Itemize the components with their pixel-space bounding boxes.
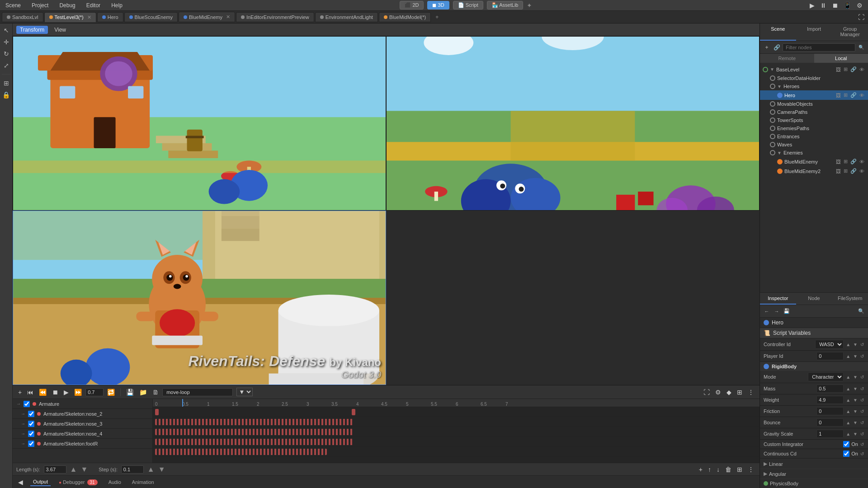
- output-tab-output[interactable]: Output: [30, 478, 51, 486]
- insp-back-btn[interactable]: ←: [763, 307, 771, 315]
- baselevel-action4[interactable]: 👁: [859, 66, 865, 73]
- settings-btn[interactable]: ⚙: [855, 1, 864, 10]
- tree-item-baselevel[interactable]: ▼ BaseLevel 🖼 ⊞ 🔗 👁: [760, 65, 868, 74]
- tab-close[interactable]: ✕: [87, 14, 91, 20]
- move-tool[interactable]: ✛: [1, 37, 11, 47]
- rigidbody-section-header[interactable]: RigidBody: [760, 362, 868, 371]
- insp-forward-btn[interactable]: →: [773, 307, 781, 315]
- mode-script-btn[interactable]: 📄 Script: [453, 1, 483, 9]
- tab-hero[interactable]: Hero: [97, 12, 123, 22]
- stop-btn[interactable]: ⏹: [830, 1, 840, 10]
- mass-reset[interactable]: ↺: [860, 386, 864, 391]
- snap-tool[interactable]: ⊞: [1, 78, 11, 88]
- anim-more[interactable]: ⋮: [746, 388, 756, 397]
- viewport-bottomleft[interactable]: [386, 36, 760, 211]
- output-tab-debugger[interactable]: ● Debugger 31: [56, 479, 100, 486]
- gravityscale-input[interactable]: [816, 430, 844, 438]
- anim-settings2[interactable]: ⚙: [713, 388, 723, 397]
- timeline-playhead[interactable]: [182, 399, 183, 407]
- inspector-tab-inspector[interactable]: Inspector: [760, 293, 796, 305]
- debug-remote-btn[interactable]: 📱: [842, 1, 853, 10]
- controllerid-up[interactable]: ▲: [845, 342, 851, 347]
- track-check-footr[interactable]: [28, 441, 34, 447]
- panel-tab-import[interactable]: Import: [796, 23, 832, 41]
- friction-reset[interactable]: ↺: [860, 409, 864, 414]
- step-input[interactable]: [121, 465, 144, 474]
- output-tab-animation[interactable]: Animation: [129, 479, 157, 486]
- tree-item-enemiespaths[interactable]: EnemiesPaths: [760, 124, 868, 132]
- customintegrator-check[interactable]: [843, 441, 849, 447]
- output-tab-audio[interactable]: Audio: [106, 479, 124, 486]
- anim-stop[interactable]: ⏹: [50, 388, 60, 397]
- tree-item-movableobjects[interactable]: MovableObjects: [760, 100, 868, 108]
- anim-loop[interactable]: 🔁: [105, 388, 117, 397]
- tab-add-btn[interactable]: +: [432, 12, 442, 22]
- menu-scene[interactable]: Scene: [4, 1, 23, 9]
- bounce-down[interactable]: ▼: [853, 420, 858, 425]
- length-up[interactable]: ▲: [70, 465, 77, 474]
- gravityscale-up[interactable]: ▲: [845, 432, 851, 436]
- anim-down-btn[interactable]: ↓: [715, 465, 722, 474]
- mode-assetlib-btn[interactable]: 🏪 AssetLib: [487, 1, 524, 9]
- step-down[interactable]: ▼: [158, 465, 165, 474]
- playerid-input[interactable]: [816, 352, 844, 360]
- controllerid-down[interactable]: ▼: [853, 342, 858, 347]
- weight-down[interactable]: ▼: [853, 398, 858, 403]
- friction-input[interactable]: [816, 407, 844, 415]
- panel-tab-scene[interactable]: Scene: [760, 23, 796, 41]
- tree-item-selectordataholder[interactable]: SelectorDataHolder: [760, 74, 868, 82]
- pause-btn[interactable]: ⏸: [818, 1, 828, 10]
- bme2-action4[interactable]: 👁: [859, 168, 865, 174]
- tab-testlevel3[interactable]: TestLevel3(*) ✕: [44, 12, 96, 22]
- mass-input[interactable]: [816, 385, 844, 393]
- tree-item-heroes[interactable]: ▼ Heroes: [760, 82, 868, 90]
- mode-down[interactable]: ▼: [853, 375, 858, 380]
- tab-sandboxlvl[interactable]: SandboxLvl: [2, 12, 43, 22]
- viewport-topleft[interactable]: [13, 36, 386, 211]
- mode-up[interactable]: ▲: [845, 375, 851, 380]
- bme-action2[interactable]: ⊞: [843, 158, 849, 165]
- playerid-up[interactable]: ▲: [845, 354, 851, 359]
- bme-action1[interactable]: 🖼: [835, 158, 842, 165]
- hero-action2[interactable]: ⊞: [843, 92, 849, 99]
- anim-up-btn[interactable]: ↑: [706, 465, 713, 474]
- playerid-down[interactable]: ▼: [853, 354, 858, 359]
- customintegrator-reset[interactable]: ↺: [860, 442, 864, 447]
- menu-help[interactable]: Help: [109, 1, 124, 9]
- rotate-tool[interactable]: ↻: [1, 49, 11, 59]
- continuouscd-check[interactable]: [843, 450, 849, 457]
- fullscreen-btn[interactable]: ⛶: [856, 13, 866, 22]
- mode-3d-btn[interactable]: ◼ 3D: [427, 1, 449, 9]
- weight-up[interactable]: ▲: [845, 398, 851, 403]
- insp-search-btn[interactable]: 🔍: [857, 307, 865, 315]
- bme-action4[interactable]: 👁: [859, 158, 865, 165]
- length-input[interactable]: [44, 465, 66, 474]
- weight-reset[interactable]: ↺: [860, 398, 864, 403]
- tab-bluescoutenemy[interactable]: BlueScoutEnemy: [124, 12, 178, 22]
- continuouscd-reset[interactable]: ↺: [860, 451, 864, 456]
- tab-bluemidenemy[interactable]: BlueMidEnemy ✕: [179, 12, 235, 22]
- tree-item-hero[interactable]: Hero 🖼 ⊞ 🔗 👁: [760, 90, 868, 100]
- tree-item-bluemidenemy2[interactable]: BlueMidEnemy2 🖼 ⊞ 🔗 👁: [760, 166, 868, 176]
- menu-editor[interactable]: Editor: [85, 1, 102, 9]
- step-up[interactable]: ▲: [147, 465, 155, 474]
- mode-reset[interactable]: ↺: [860, 375, 864, 380]
- anim-scroll-left[interactable]: ◀: [16, 478, 25, 487]
- hero-action1[interactable]: 🖼: [835, 92, 842, 99]
- select-tool[interactable]: ↖: [1, 25, 11, 35]
- gravityscale-reset[interactable]: ↺: [860, 432, 864, 436]
- physicsbody-collapse-header[interactable]: PhysicsBody: [760, 479, 868, 488]
- viewport-right[interactable]: RivenTails: Defense by Kivano Godot 3.0: [13, 211, 386, 385]
- mode-select[interactable]: Character: [808, 372, 844, 381]
- anim-name-input[interactable]: [162, 388, 233, 396]
- bounce-input[interactable]: [816, 418, 844, 427]
- insp-save-btn[interactable]: 💾: [783, 307, 791, 315]
- local-btn[interactable]: Local: [814, 54, 868, 63]
- bounce-reset[interactable]: ↺: [860, 420, 864, 425]
- mass-down[interactable]: ▼: [853, 386, 858, 391]
- tab-envlight[interactable]: EnvironmentAndLight: [315, 12, 378, 22]
- anim-play[interactable]: ▶: [62, 388, 71, 397]
- length-down[interactable]: ▼: [80, 465, 88, 474]
- view-btn[interactable]: View: [52, 26, 69, 34]
- menu-project[interactable]: Project: [30, 1, 50, 9]
